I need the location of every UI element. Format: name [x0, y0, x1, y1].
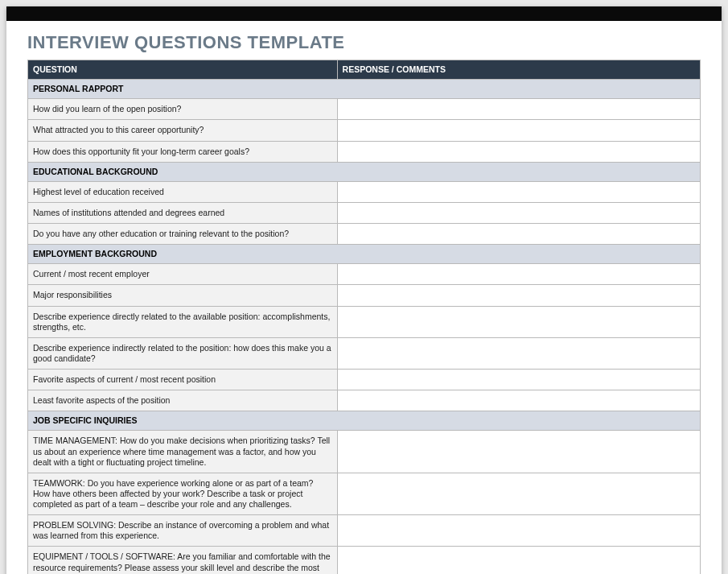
document-content: INTERVIEW QUESTIONS TEMPLATE QUESTION RE…: [6, 21, 722, 574]
response-cell[interactable]: [337, 264, 700, 285]
response-cell[interactable]: [337, 390, 700, 411]
top-black-bar: [6, 6, 722, 21]
section-header: JOB SPECIFIC INQUIRIES: [28, 411, 701, 431]
table-row: How did you learn of the open position?: [28, 99, 701, 120]
table-row: Major responsibilities: [28, 285, 701, 306]
response-cell[interactable]: [337, 181, 700, 202]
document-page: INTERVIEW QUESTIONS TEMPLATE QUESTION RE…: [6, 6, 722, 574]
section-header-row: JOB SPECIFIC INQUIRIES: [28, 411, 701, 431]
response-cell[interactable]: [337, 370, 700, 390]
response-cell[interactable]: [337, 515, 700, 547]
question-cell: PROBLEM SOLVING: Describe an instance of…: [28, 515, 338, 547]
table-row: EQUIPMENT / TOOLS / SOFTWARE: Are you fa…: [28, 547, 701, 574]
section-header: EDUCATIONAL BACKGROUND: [28, 162, 701, 181]
question-cell: Describe experience directly related to …: [28, 306, 338, 337]
table-row: PROBLEM SOLVING: Describe an instance of…: [28, 515, 701, 547]
table-row: Favorite aspects of current / most recen…: [28, 370, 701, 390]
response-cell[interactable]: [337, 431, 700, 473]
question-cell: Describe experience indirectly related t…: [28, 337, 338, 369]
header-response: RESPONSE / COMMENTS: [337, 60, 700, 80]
question-cell: TEAMWORK: Do you have experience working…: [28, 473, 338, 514]
question-cell: Do you have any other education or train…: [28, 224, 338, 245]
response-cell[interactable]: [337, 202, 700, 223]
response-cell[interactable]: [337, 547, 700, 574]
response-cell[interactable]: [337, 285, 700, 306]
response-cell[interactable]: [337, 473, 700, 514]
question-cell: How does this opportunity fit your long-…: [28, 141, 338, 162]
table-row: Names of institutions attended and degre…: [28, 202, 701, 223]
question-cell: EQUIPMENT / TOOLS / SOFTWARE: Are you fa…: [28, 547, 338, 574]
table-row: Least favorite aspects of the position: [28, 390, 701, 411]
table-row: What attracted you to this career opport…: [28, 120, 701, 141]
response-cell[interactable]: [337, 99, 700, 120]
table-row: Current / most recent employer: [28, 264, 701, 285]
table-row: Do you have any other education or train…: [28, 224, 701, 245]
response-cell[interactable]: [337, 306, 700, 337]
table-row: TIME MANAGEMENT: How do you make decisio…: [28, 431, 701, 473]
question-cell: What attracted you to this career opport…: [28, 120, 338, 141]
question-cell: How did you learn of the open position?: [28, 99, 338, 120]
page-title: INTERVIEW QUESTIONS TEMPLATE: [27, 32, 701, 53]
question-cell: Major responsibilities: [28, 285, 338, 306]
header-question: QUESTION: [28, 60, 338, 80]
section-header-row: PERSONAL RAPPORT: [28, 80, 701, 99]
question-cell: TIME MANAGEMENT: How do you make decisio…: [28, 431, 338, 473]
response-cell[interactable]: [337, 337, 700, 369]
table-row: Describe experience directly related to …: [28, 306, 701, 337]
response-cell[interactable]: [337, 141, 700, 162]
section-header: EMPLOYMENT BACKGROUND: [28, 245, 701, 264]
question-cell: Current / most recent employer: [28, 264, 338, 285]
table-row: How does this opportunity fit your long-…: [28, 141, 701, 162]
table-row: TEAMWORK: Do you have experience working…: [28, 473, 701, 514]
question-cell: Least favorite aspects of the position: [28, 390, 338, 411]
question-cell: Highest level of education received: [28, 181, 338, 202]
table-row: Highest level of education received: [28, 181, 701, 202]
response-cell[interactable]: [337, 224, 700, 245]
table-header-row: QUESTION RESPONSE / COMMENTS: [28, 60, 701, 80]
section-header-row: EDUCATIONAL BACKGROUND: [28, 162, 701, 181]
questions-table: QUESTION RESPONSE / COMMENTS PERSONAL RA…: [27, 60, 701, 574]
response-cell[interactable]: [337, 120, 700, 141]
table-row: Describe experience indirectly related t…: [28, 337, 701, 369]
question-cell: Favorite aspects of current / most recen…: [28, 370, 338, 390]
section-header: PERSONAL RAPPORT: [28, 80, 701, 99]
question-cell: Names of institutions attended and degre…: [28, 202, 338, 223]
section-header-row: EMPLOYMENT BACKGROUND: [28, 245, 701, 264]
